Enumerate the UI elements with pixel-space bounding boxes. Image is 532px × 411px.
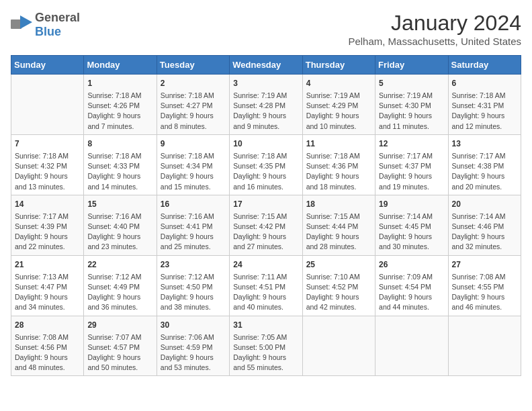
- calendar-cell: 2Sunrise: 7:18 AMSunset: 4:27 PMDaylight…: [157, 75, 229, 135]
- weekday-header-monday: Monday: [84, 56, 157, 75]
- calendar-cell: 4Sunrise: 7:19 AMSunset: 4:29 PMDaylight…: [302, 75, 375, 135]
- day-info: Sunrise: 7:19 AMSunset: 4:29 PMDaylight:…: [306, 91, 371, 132]
- day-number: 26: [379, 259, 444, 271]
- calendar-cell: [302, 316, 375, 376]
- weekday-header-thursday: Thursday: [302, 56, 375, 75]
- day-number: 21: [15, 259, 80, 271]
- day-info: Sunrise: 7:16 AMSunset: 4:40 PMDaylight:…: [87, 212, 152, 253]
- day-info: Sunrise: 7:14 AMSunset: 4:45 PMDaylight:…: [379, 212, 444, 253]
- calendar-cell: 31Sunrise: 7:05 AMSunset: 5:00 PMDayligh…: [230, 316, 302, 376]
- day-number: 24: [233, 259, 298, 271]
- day-number: 6: [452, 77, 517, 89]
- calendar-cell: [11, 75, 84, 135]
- calendar-cell: [448, 316, 521, 376]
- day-number: 20: [452, 198, 517, 210]
- location-title: Pelham, Massachusetts, United States: [348, 36, 521, 47]
- day-info: Sunrise: 7:19 AMSunset: 4:28 PMDaylight:…: [233, 91, 298, 132]
- day-info: Sunrise: 7:19 AMSunset: 4:30 PMDaylight:…: [379, 91, 444, 132]
- calendar-cell: 12Sunrise: 7:17 AMSunset: 4:37 PMDayligh…: [375, 134, 448, 195]
- logo-general: General: [35, 11, 80, 24]
- svg-rect-0: [11, 19, 21, 29]
- calendar-cell: 3Sunrise: 7:19 AMSunset: 4:28 PMDaylight…: [230, 75, 302, 135]
- calendar-cell: 28Sunrise: 7:08 AMSunset: 4:56 PMDayligh…: [11, 316, 84, 376]
- page-header: General Blue January 2024 Pelham, Massac…: [11, 11, 521, 47]
- day-info: Sunrise: 7:05 AMSunset: 5:00 PMDaylight:…: [233, 332, 298, 373]
- day-info: Sunrise: 7:06 AMSunset: 4:59 PMDaylight:…: [161, 332, 226, 373]
- day-number: 16: [161, 198, 226, 210]
- weekday-header-friday: Friday: [375, 56, 448, 75]
- day-info: Sunrise: 7:16 AMSunset: 4:41 PMDaylight:…: [161, 212, 226, 253]
- weekday-header-saturday: Saturday: [448, 56, 521, 75]
- day-info: Sunrise: 7:08 AMSunset: 4:56 PMDaylight:…: [15, 332, 80, 373]
- calendar-cell: 16Sunrise: 7:16 AMSunset: 4:41 PMDayligh…: [157, 195, 229, 255]
- day-number: 25: [306, 259, 371, 271]
- day-info: Sunrise: 7:09 AMSunset: 4:54 PMDaylight:…: [379, 272, 444, 313]
- day-number: 11: [306, 138, 371, 150]
- calendar-week-1: 1Sunrise: 7:18 AMSunset: 4:26 PMDaylight…: [11, 75, 521, 135]
- day-info: Sunrise: 7:18 AMSunset: 4:27 PMDaylight:…: [161, 91, 226, 132]
- calendar-week-4: 21Sunrise: 7:13 AMSunset: 4:47 PMDayligh…: [11, 255, 521, 316]
- calendar-cell: 20Sunrise: 7:14 AMSunset: 4:46 PMDayligh…: [448, 195, 521, 255]
- weekday-header-row: SundayMondayTuesdayWednesdayThursdayFrid…: [11, 56, 521, 75]
- day-number: 1: [87, 77, 152, 89]
- day-number: 27: [452, 259, 517, 271]
- day-info: Sunrise: 7:12 AMSunset: 4:50 PMDaylight:…: [161, 272, 226, 313]
- day-number: 18: [306, 198, 371, 210]
- calendar-cell: 22Sunrise: 7:12 AMSunset: 4:49 PMDayligh…: [84, 255, 157, 316]
- day-number: 7: [15, 138, 80, 150]
- day-info: Sunrise: 7:14 AMSunset: 4:46 PMDaylight:…: [452, 212, 517, 253]
- calendar-cell: 29Sunrise: 7:07 AMSunset: 4:57 PMDayligh…: [84, 316, 157, 376]
- day-number: 12: [379, 138, 444, 150]
- calendar-cell: 11Sunrise: 7:18 AMSunset: 4:36 PMDayligh…: [302, 134, 375, 195]
- calendar-cell: [375, 316, 448, 376]
- day-info: Sunrise: 7:13 AMSunset: 4:47 PMDaylight:…: [15, 272, 80, 313]
- calendar-cell: 26Sunrise: 7:09 AMSunset: 4:54 PMDayligh…: [375, 255, 448, 316]
- weekday-header-wednesday: Wednesday: [230, 56, 302, 75]
- day-info: Sunrise: 7:08 AMSunset: 4:55 PMDaylight:…: [452, 272, 517, 313]
- day-info: Sunrise: 7:17 AMSunset: 4:39 PMDaylight:…: [15, 212, 80, 253]
- day-info: Sunrise: 7:18 AMSunset: 4:34 PMDaylight:…: [161, 151, 226, 192]
- calendar-cell: 10Sunrise: 7:18 AMSunset: 4:35 PMDayligh…: [230, 134, 302, 195]
- calendar-cell: 18Sunrise: 7:15 AMSunset: 4:44 PMDayligh…: [302, 195, 375, 255]
- day-number: 15: [87, 198, 152, 210]
- calendar-cell: 6Sunrise: 7:18 AMSunset: 4:31 PMDaylight…: [448, 75, 521, 135]
- logo-blue: Blue: [35, 25, 61, 38]
- calendar-cell: 24Sunrise: 7:11 AMSunset: 4:51 PMDayligh…: [230, 255, 302, 316]
- day-number: 2: [161, 77, 226, 89]
- day-number: 9: [161, 138, 226, 150]
- svg-marker-1: [20, 15, 32, 29]
- day-info: Sunrise: 7:18 AMSunset: 4:26 PMDaylight:…: [87, 91, 152, 132]
- day-info: Sunrise: 7:18 AMSunset: 4:32 PMDaylight:…: [15, 151, 80, 192]
- logo: General Blue: [11, 11, 80, 39]
- calendar-week-2: 7Sunrise: 7:18 AMSunset: 4:32 PMDaylight…: [11, 134, 521, 195]
- day-info: Sunrise: 7:18 AMSunset: 4:36 PMDaylight:…: [306, 151, 371, 192]
- title-block: January 2024 Pelham, Massachusetts, Unit…: [348, 11, 521, 47]
- day-number: 29: [87, 319, 152, 331]
- day-info: Sunrise: 7:10 AMSunset: 4:52 PMDaylight:…: [306, 272, 371, 313]
- day-number: 31: [233, 319, 298, 331]
- calendar-cell: 19Sunrise: 7:14 AMSunset: 4:45 PMDayligh…: [375, 195, 448, 255]
- day-number: 10: [233, 138, 298, 150]
- day-number: 4: [306, 77, 371, 89]
- day-info: Sunrise: 7:18 AMSunset: 4:35 PMDaylight:…: [233, 151, 298, 192]
- calendar-table: SundayMondayTuesdayWednesdayThursdayFrid…: [11, 55, 521, 376]
- calendar-cell: 30Sunrise: 7:06 AMSunset: 4:59 PMDayligh…: [157, 316, 229, 376]
- day-info: Sunrise: 7:18 AMSunset: 4:31 PMDaylight:…: [452, 91, 517, 132]
- day-number: 3: [233, 77, 298, 89]
- calendar-cell: 21Sunrise: 7:13 AMSunset: 4:47 PMDayligh…: [11, 255, 84, 316]
- calendar-week-5: 28Sunrise: 7:08 AMSunset: 4:56 PMDayligh…: [11, 316, 521, 376]
- day-number: 30: [161, 319, 226, 331]
- calendar-cell: 17Sunrise: 7:15 AMSunset: 4:42 PMDayligh…: [230, 195, 302, 255]
- calendar-cell: 9Sunrise: 7:18 AMSunset: 4:34 PMDaylight…: [157, 134, 229, 195]
- month-title: January 2024: [348, 11, 521, 36]
- day-number: 28: [15, 319, 80, 331]
- day-number: 19: [379, 198, 444, 210]
- day-number: 8: [87, 138, 152, 150]
- day-number: 14: [15, 198, 80, 210]
- day-info: Sunrise: 7:17 AMSunset: 4:37 PMDaylight:…: [379, 151, 444, 192]
- day-info: Sunrise: 7:18 AMSunset: 4:33 PMDaylight:…: [87, 151, 152, 192]
- day-info: Sunrise: 7:17 AMSunset: 4:38 PMDaylight:…: [452, 151, 517, 192]
- day-info: Sunrise: 7:07 AMSunset: 4:57 PMDaylight:…: [87, 332, 152, 373]
- calendar-cell: 25Sunrise: 7:10 AMSunset: 4:52 PMDayligh…: [302, 255, 375, 316]
- calendar-body: 1Sunrise: 7:18 AMSunset: 4:26 PMDaylight…: [11, 75, 521, 376]
